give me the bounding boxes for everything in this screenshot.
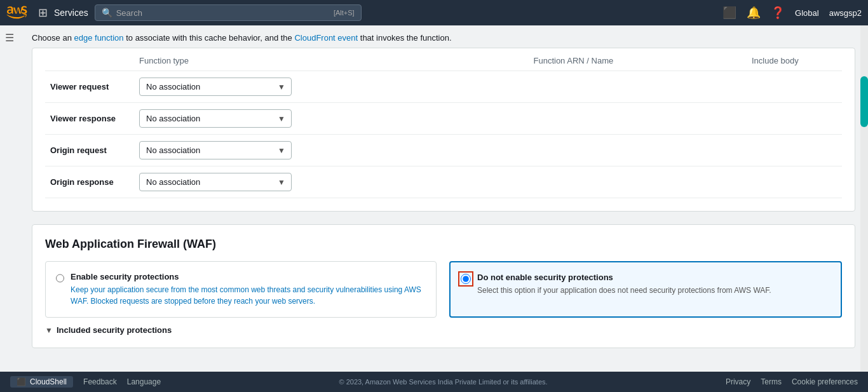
waf-options: Enable security protections Keep your ap… (45, 261, 842, 318)
viewer-request-label: Viewer request (45, 71, 134, 103)
viewer-request-select-wrapper: No association CloudFront Functions Lamb… (139, 78, 292, 96)
viewer-response-arn-cell (528, 103, 747, 135)
aws-logo[interactable] (6, 6, 29, 20)
function-table: Function type Function ARN / Name Includ… (45, 48, 842, 198)
global-label[interactable]: Global (795, 8, 819, 18)
origin-response-select-cell: No association CloudFront Functions Lamb… (134, 166, 528, 198)
disable-security-content: Do not enable security protections Selec… (477, 273, 771, 296)
navbar: ⊞ Services 🔍 [Alt+S] ⬛ 🔔 ❓ Global awsgsp… (0, 0, 868, 25)
origin-request-include-body-cell (747, 135, 842, 166)
origin-request-label: Origin request (45, 135, 134, 166)
viewer-response-select[interactable]: No association CloudFront Functions Lamb… (139, 109, 292, 128)
cloudfront-event-link[interactable]: CloudFront event (294, 33, 358, 43)
included-security-section[interactable]: ▼ Included security protections (45, 318, 842, 335)
table-row: Viewer request No association CloudFront… (45, 71, 842, 103)
origin-response-include-body-cell (747, 166, 842, 198)
chevron-down-icon: ▼ (45, 326, 53, 335)
user-label[interactable]: awsgsp2 (829, 8, 862, 18)
viewer-request-select-cell: No association CloudFront Functions Lamb… (134, 71, 528, 103)
origin-response-arn-cell (528, 166, 747, 198)
viewer-response-label: Viewer response (45, 103, 134, 135)
search-shortcut: [Alt+S] (334, 9, 355, 17)
scrollbar-thumb[interactable] (860, 76, 868, 127)
viewer-response-select-cell: No association CloudFront Functions Lamb… (134, 103, 528, 135)
page-layout: ☰ Choose an edge function to associate w… (0, 25, 868, 372)
viewer-request-arn-cell (528, 71, 747, 103)
included-security-label: Included security protections (57, 325, 172, 335)
disable-security-radio[interactable] (461, 274, 471, 284)
scrollbar-track[interactable] (860, 25, 868, 372)
search-icon: 🔍 (102, 8, 112, 18)
origin-request-select-cell: No association CloudFront Functions Lamb… (134, 135, 528, 166)
search-bar[interactable]: 🔍 [Alt+S] (95, 4, 362, 21)
viewer-request-select[interactable]: No association CloudFront Functions Lamb… (139, 78, 292, 96)
col-header-include-body: Include body (747, 48, 842, 71)
enable-security-card[interactable]: Enable security protections Keep your ap… (45, 261, 437, 318)
waf-section-title: Web Application Firewall (WAF) (45, 225, 842, 261)
grid-icon[interactable]: ⊞ (38, 6, 48, 20)
table-row: Origin request No association CloudFront… (45, 135, 842, 166)
viewer-request-include-body-cell (747, 71, 842, 103)
viewer-response-select-wrapper: No association CloudFront Functions Lamb… (139, 109, 292, 128)
help-icon[interactable]: ❓ (771, 6, 785, 20)
disable-security-title: Do not enable security protections (477, 273, 771, 282)
disable-security-card[interactable]: Do not enable security protections Selec… (449, 261, 842, 318)
origin-response-select[interactable]: No association CloudFront Functions Lamb… (139, 173, 292, 191)
bell-icon[interactable]: 🔔 (747, 6, 761, 20)
viewer-response-include-body-cell (747, 103, 842, 135)
enable-security-title: Enable security protections (71, 272, 426, 281)
table-row: Viewer response No association CloudFron… (45, 103, 842, 135)
enable-security-radio[interactable] (56, 273, 64, 283)
enable-security-content: Enable security protections Keep your ap… (71, 272, 426, 307)
sidebar-toggle[interactable]: ☰ (0, 25, 19, 372)
search-input[interactable] (116, 8, 334, 18)
col-header-function-type: Function type (134, 48, 528, 71)
col-header-arn: Function ARN / Name (528, 48, 747, 71)
disable-security-desc: Select this option if your application d… (477, 285, 771, 296)
waf-panel: Web Application Firewall (WAF) Enable se… (32, 224, 855, 348)
main-content: Choose an edge function to associate wit… (19, 25, 868, 372)
page-intro: Choose an edge function to associate wit… (32, 25, 855, 48)
edge-function-link[interactable]: edge function (74, 33, 124, 43)
origin-request-arn-cell (528, 135, 747, 166)
origin-request-select-wrapper: No association CloudFront Functions Lamb… (139, 141, 292, 159)
col-header-empty (45, 48, 134, 71)
origin-response-select-wrapper: No association CloudFront Functions Lamb… (139, 173, 292, 191)
nav-right-section: ⬛ 🔔 ❓ Global awsgsp2 (722, 6, 862, 20)
function-association-panel: Function type Function ARN / Name Includ… (32, 48, 855, 212)
terminal-icon[interactable]: ⬛ (722, 6, 736, 20)
origin-response-label: Origin response (45, 166, 134, 198)
table-row: Origin response No association CloudFron… (45, 166, 842, 198)
services-label[interactable]: Services (54, 8, 88, 18)
origin-request-select[interactable]: No association CloudFront Functions Lamb… (139, 141, 292, 159)
enable-security-desc: Keep your application secure from the mo… (71, 284, 426, 307)
